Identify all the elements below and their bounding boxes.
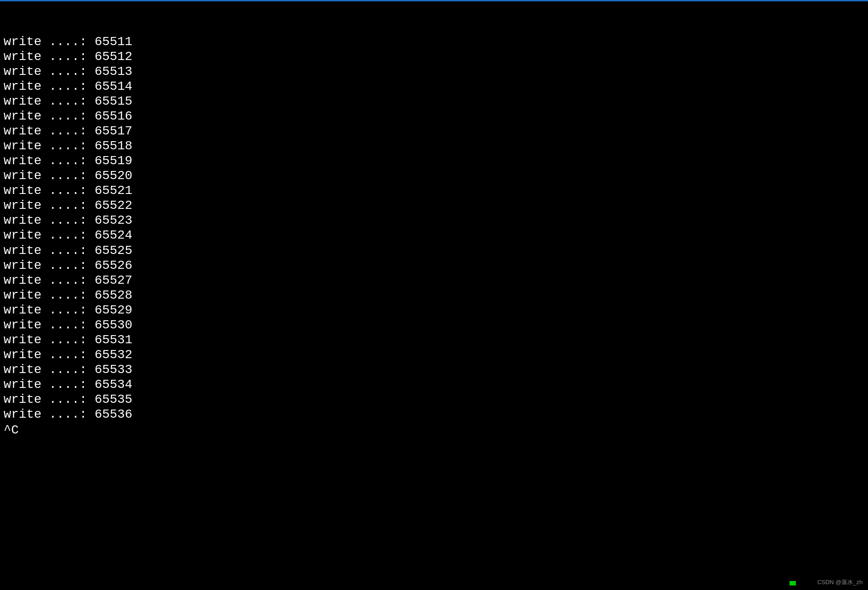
terminal-line: write ....: 65515 xyxy=(4,94,864,109)
terminal-line: write ....: 65529 xyxy=(4,303,864,318)
terminal-line: write ....: 65530 xyxy=(4,318,864,332)
terminal-cursor xyxy=(790,581,796,585)
terminal-line: write ....: 65528 xyxy=(4,288,864,303)
terminal-line: write ....: 65534 xyxy=(4,377,864,392)
terminal-line: write ....: 65531 xyxy=(4,332,864,347)
terminal-line: write ....: 65524 xyxy=(4,228,864,243)
terminal-line: write ....: 65519 xyxy=(4,153,864,168)
terminal-line: write ....: 65526 xyxy=(4,258,864,273)
terminal-line: write ....: 65516 xyxy=(4,109,864,124)
terminal-line: write ....: 65514 xyxy=(4,79,864,94)
terminal-line: write ....: 65521 xyxy=(4,183,864,198)
terminal-line: write ....: 65527 xyxy=(4,273,864,288)
terminal-line: write ....: 65522 xyxy=(4,198,864,213)
terminal-line: write ....: 65511 xyxy=(4,34,864,49)
terminal-line: write ....: 65533 xyxy=(4,362,864,377)
terminal-content[interactable]: write ....: 65511write ....: 65512write … xyxy=(0,2,868,440)
terminal-line: write ....: 65535 xyxy=(4,392,864,407)
terminal-line: write ....: 65536 xyxy=(4,407,864,422)
terminal-line: write ....: 65518 xyxy=(4,138,864,153)
terminal-line: write ....: 65532 xyxy=(4,347,864,362)
terminal-line: write ....: 65525 xyxy=(4,243,864,258)
terminal-line: write ....: 65517 xyxy=(4,124,864,138)
watermark: CSDN @落水_zh xyxy=(817,578,863,586)
terminal-line: write ....: 65523 xyxy=(4,213,864,228)
interrupt-line: ^C xyxy=(4,423,864,438)
terminal-line: write ....: 65512 xyxy=(4,49,864,64)
terminal-window: write ....: 65511write ....: 65512write … xyxy=(0,0,868,590)
terminal-line: write ....: 65520 xyxy=(4,168,864,183)
top-border xyxy=(0,0,868,1)
terminal-line: write ....: 65513 xyxy=(4,64,864,79)
